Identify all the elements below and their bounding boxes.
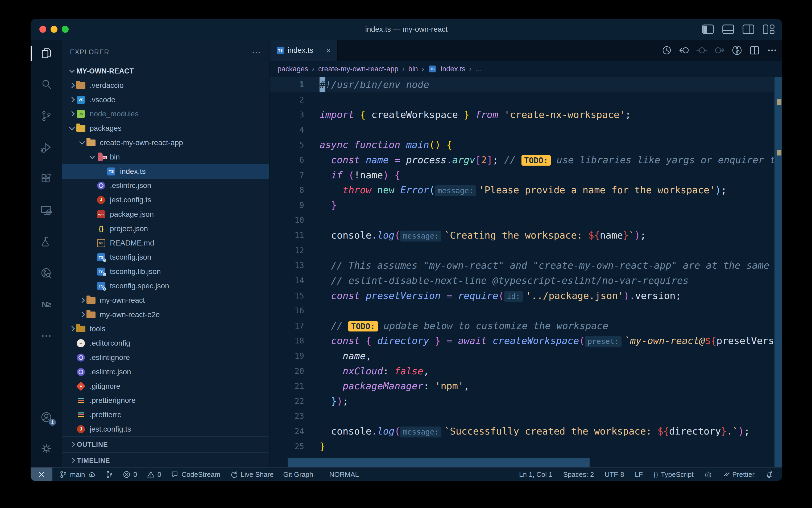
chevron-right-icon[interactable] [67,324,76,333]
code-line-20[interactable]: 20 nxCloud: false, [270,364,782,379]
breadcrumb-item-index-ts[interactable]: index.ts [441,65,465,73]
code-line-24[interactable]: 24 console.log(message:`Successfully cre… [270,424,782,439]
chevron-right-icon[interactable] [78,296,87,305]
chevron-right-icon[interactable] [67,95,76,104]
activity-source-control-icon[interactable] [39,109,53,124]
tree-item-my-own-react-e2e[interactable]: my-own-react-e2e [62,307,269,322]
code-line-13[interactable]: 13 // This assumes "my-own-react" and "c… [270,258,782,273]
code-line-2[interactable]: 2 [270,92,782,108]
code-line-19[interactable]: 19 name, [270,348,782,364]
code-line-5[interactable]: 5async function main() { [270,137,782,153]
close-window-button[interactable] [39,26,46,33]
layout-customize-icon[interactable] [763,24,775,34]
tree-item-create-my-own-react-app[interactable]: create-my-own-react-app [62,135,269,150]
status-problems-warnings[interactable]: 0 [147,470,161,479]
status-vim-mode[interactable]: -- NORMAL -- [323,470,365,479]
code-line-10[interactable]: 10 [270,213,782,228]
code-line-22[interactable]: 22 }); [270,394,782,409]
code-line-9[interactable]: 9 } [270,198,782,213]
status-intellicode[interactable] [704,470,712,478]
activity-accounts-icon[interactable]: 1 [39,410,53,425]
git-actions-icon[interactable] [731,44,743,56]
layout-sidebar-left-icon[interactable] [702,24,714,34]
navigate-back-icon[interactable] [678,44,690,56]
explorer-more-actions-icon[interactable]: ⋯ [252,47,261,57]
navigate-forward-icon[interactable] [714,44,725,56]
tree-item-jest.config.ts[interactable]: Jjest.config.ts [62,193,269,207]
zoom-window-button[interactable] [62,26,68,33]
status-git-branch[interactable]: main [59,470,96,479]
code-line-25[interactable]: 25} [270,439,782,454]
activity-explorer-icon[interactable] [39,46,53,61]
breadcrumb-item-packages[interactable]: packages [278,65,308,73]
tree-root-my-own-react[interactable]: MY-OWN-REACT [62,64,269,78]
activity-gitlens-icon[interactable] [39,266,53,281]
status-prettier[interactable]: ✓✓Prettier [723,470,755,479]
minimize-window-button[interactable] [51,26,57,33]
activity-testing-icon[interactable] [39,234,53,249]
activity-run-debug-icon[interactable] [39,140,53,155]
tree-item-my-own-react[interactable]: my-own-react [62,293,269,307]
chevron-right-icon[interactable] [78,310,87,319]
section-timeline[interactable]: TIMELINE [62,452,269,467]
tree-item-tsconfig.spec.json[interactable]: TS⚙tsconfig.spec.json [62,279,269,293]
tree-item-.gitignore[interactable]: .gitignore [62,379,269,393]
section-outline[interactable]: OUTLINE [62,436,269,452]
status-live-share[interactable]: Live Share [230,470,274,479]
tree-item-tsconfig.lib.json[interactable]: TS⚙tsconfig.lib.json [62,264,269,279]
status-codestream[interactable]: CodeStream [171,470,220,479]
tree-item-project.json[interactable]: {}project.json [62,221,269,236]
code-line-21[interactable]: 21 packageManager: 'npm', [270,379,782,394]
vertical-scrollbar[interactable] [774,77,782,467]
activity-extensions-icon[interactable] [39,171,53,186]
tree-item-.eslintignore[interactable]: .eslintignore [62,350,269,365]
code-editor[interactable]: 1#!/usr/bin/env node23import { createWor… [270,77,782,467]
status-git-commits[interactable] [105,470,113,478]
tree-item-tsconfig.json[interactable]: TS⚙tsconfig.json [62,250,269,265]
code-line-15[interactable]: 15 const presetVersion = require(id:'../… [270,288,782,303]
breadcrumb-item--[interactable]: ... [475,65,482,73]
tree-item-bin[interactable]: 01bin [62,150,269,164]
tree-item-.vscode[interactable]: VS.vscode [62,93,269,107]
chevron-down-icon[interactable] [67,124,76,133]
code-line-1[interactable]: 1#!/usr/bin/env node [270,77,782,92]
close-tab-icon[interactable]: × [326,46,331,55]
remote-indicator[interactable] [31,468,52,481]
navigate-circle-icon[interactable] [696,44,708,56]
split-editor-icon[interactable] [749,44,760,56]
status-git-graph[interactable]: Git Graph [283,470,314,479]
horizontal-scrollbar[interactable] [288,458,589,467]
tree-item-.verdaccio[interactable]: .verdaccio [62,78,269,93]
tree-item-package.json[interactable]: npmpackage.json [62,207,269,221]
tree-item-node_modules[interactable]: JSnode_modules [62,107,269,121]
status-eol[interactable]: LF [635,470,643,479]
status-problems-errors[interactable]: 0 [123,470,137,479]
code-line-14[interactable]: 14 // eslint-disable-next-line @typescri… [270,273,782,288]
chevron-right-icon[interactable] [67,81,76,90]
tree-item-.editorconfig[interactable]: .editorconfig [62,336,269,350]
status-indentation[interactable]: Spaces: 2 [563,470,594,479]
code-line-7[interactable]: 7 if (!name) { [270,168,782,183]
code-line-11[interactable]: 11 console.log(message:`Creating the wor… [270,228,782,243]
tree-item-.eslintrc.json[interactable]: .eslintrc.json [62,365,269,379]
tree-item-.prettierrc[interactable]: .prettierrc [62,408,269,422]
tree-item-.prettierignore[interactable]: .prettierignore [62,393,269,408]
more-actions-icon[interactable] [766,44,778,56]
timeline-icon[interactable] [661,44,673,56]
status-language-mode[interactable]: {}TypeScript [654,470,694,479]
tree-item-tools[interactable]: tools [62,322,269,336]
code-line-4[interactable]: 4 [270,123,782,138]
layout-sidebar-right-icon[interactable] [742,24,755,34]
tree-item-packages[interactable]: packages [62,121,269,135]
breadcrumb-item-bin[interactable]: bin [409,65,418,73]
layout-panel-bottom-icon[interactable] [722,24,734,34]
breadcrumb-item-create-my-own-react-app[interactable]: create-my-own-react-app [318,65,398,73]
activity-remote-explorer-icon[interactable] [39,203,53,218]
code-line-12[interactable]: 12 [270,243,782,258]
tab-index-ts[interactable]: TS index.ts × [270,40,338,61]
code-line-6[interactable]: 6 const name = process.argv[2]; // TODO:… [270,153,782,168]
tree-item-README.md[interactable]: M↓README.md [62,236,269,250]
tree-item-index.ts[interactable]: TSindex.ts [62,164,269,179]
code-line-8[interactable]: 8 throw new Error(message:'Please provid… [270,183,782,198]
tree-item-jest.config.ts[interactable]: Jjest.config.ts [62,422,269,436]
